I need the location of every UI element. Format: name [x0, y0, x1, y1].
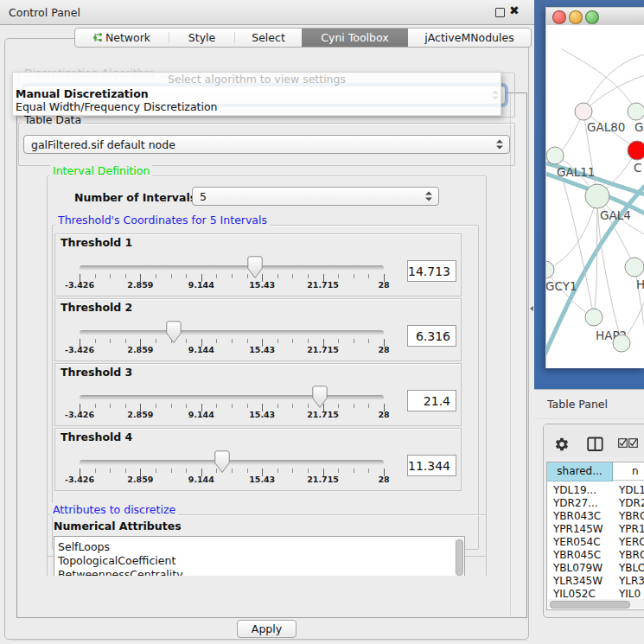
- threshold-slider-track[interactable]: [80, 460, 384, 465]
- graph-node-label: H: [636, 277, 644, 291]
- graph-node[interactable]: [613, 335, 630, 352]
- maximize-icon[interactable]: [495, 8, 505, 17]
- apply-button[interactable]: Apply: [237, 620, 296, 638]
- slider-tick-label: 28: [354, 475, 414, 484]
- threshold-value-field[interactable]: 11.344: [407, 455, 456, 476]
- attribute-list-scrollbar[interactable]: [455, 538, 463, 576]
- tab-style[interactable]: Style: [169, 29, 234, 47]
- slider-tick: [354, 469, 354, 473]
- tab-jactivemnodules[interactable]: jActiveMNodules: [408, 29, 531, 47]
- network-view-window[interactable]: GAL80GACGAL11GAL4GCY1HHAP2: [545, 7, 644, 368]
- checkbox-icon[interactable]: [618, 438, 628, 450]
- table-row[interactable]: YBR043CYBRO: [547, 510, 644, 523]
- threshold-panel: Threshold 2-3.4262.8599.14415.4321.71528…: [54, 298, 462, 361]
- slider-tick: [308, 404, 309, 408]
- control-panel-tabs[interactable]: NetworkStyleSelectCyni ToolboxjActiveMNo…: [74, 28, 532, 48]
- dropdown-option-equal-width-frequency[interactable]: Equal Width/Frequency Discretization: [13, 100, 501, 114]
- control-panel-titlebar: Control Panel ✖: [0, 0, 534, 25]
- slider-tick-label: 9.144: [171, 280, 232, 290]
- table-row[interactable]: YLR345WYLR3: [547, 575, 644, 588]
- list-item[interactable]: BetweennessCentrality: [58, 568, 183, 576]
- dropdown-prompt-item[interactable]: Select algorithm to view settings: [13, 73, 501, 86]
- threshold-value-field[interactable]: 14.713: [407, 260, 456, 282]
- node-table[interactable]: shared... n YDL19...YDL1YDR27...YDR2YBR0…: [546, 462, 644, 610]
- slider-tick-label: -3.426: [49, 345, 110, 354]
- slider-tick: [292, 404, 293, 408]
- list-item[interactable]: TopologicalCoefficient: [58, 554, 175, 567]
- tab-cyni-toolbox[interactable]: Cyni Toolbox: [302, 29, 408, 47]
- table-data-combobox[interactable]: galFiltered.sif default node: [23, 135, 510, 154]
- slider-tick: [95, 469, 96, 473]
- column-header-shared-name[interactable]: shared...: [547, 462, 613, 481]
- table-row[interactable]: YDR27...YDR2: [547, 497, 644, 510]
- table-row[interactable]: YPR145WYPR1: [547, 523, 644, 536]
- slider-tick-label: 15.43: [232, 475, 292, 484]
- split-divider-collapse-icon[interactable]: [530, 306, 533, 311]
- threshold-slider-thumb[interactable]: [312, 386, 328, 410]
- table-cell: YDL1: [619, 484, 644, 497]
- threshold-slider-thumb[interactable]: [214, 450, 230, 475]
- threshold-slider-thumb[interactable]: [166, 321, 182, 345]
- graph-node[interactable]: [625, 258, 644, 277]
- zoom-button[interactable]: [585, 10, 599, 24]
- slider-tick: [125, 469, 126, 473]
- graph-node[interactable]: [585, 309, 603, 326]
- columns-icon[interactable]: [587, 437, 603, 455]
- tab-select[interactable]: Select: [235, 29, 302, 47]
- slider-tick: [216, 274, 217, 278]
- network-canvas[interactable]: GAL80GACGAL11GAL4GCY1HHAP2: [546, 25, 644, 364]
- combobox-arrows-icon[interactable]: [496, 139, 503, 150]
- threshold-value-text: 6.316: [416, 329, 450, 343]
- graph-node[interactable]: [628, 103, 644, 120]
- table-cell: YBLO: [619, 562, 644, 575]
- graph-node[interactable]: [546, 147, 564, 164]
- numerical-attributes-list[interactable]: SelfLoopsTopologicalCoefficientBetweenne…: [54, 536, 465, 576]
- list-item[interactable]: SelfLoops: [58, 540, 110, 553]
- network-graph: GAL80GACGAL11GAL4GCY1HHAP2: [546, 25, 644, 364]
- graph-node-label: GAL4: [600, 208, 631, 222]
- graph-node[interactable]: [575, 103, 592, 120]
- table-cell: YERO: [619, 536, 644, 549]
- close-icon[interactable]: ✖: [509, 4, 520, 16]
- close-button[interactable]: [552, 10, 566, 24]
- table-row[interactable]: YER054CYERO: [547, 536, 644, 549]
- table-data-combobox-value: galFiltered.sif default node: [31, 136, 175, 153]
- slider-tick: [186, 469, 187, 473]
- tab-label: Style: [188, 31, 215, 44]
- table-row[interactable]: YDL19...YDL1: [547, 484, 644, 497]
- table-cell: YER054C: [553, 536, 601, 549]
- table-row[interactable]: YBR045CYBRO: [547, 549, 644, 562]
- spinner-arrows-icon[interactable]: [425, 191, 432, 202]
- table-row[interactable]: YBL079WYBLO: [547, 562, 644, 575]
- slider-tick: [232, 469, 233, 473]
- slider-tick: [186, 339, 187, 343]
- threshold-slider-thumb[interactable]: [247, 256, 263, 280]
- minimize-button[interactable]: [569, 10, 583, 24]
- number-of-intervals-spinner[interactable]: 5: [192, 187, 439, 206]
- table-cell: YLR3: [619, 575, 644, 588]
- slider-tick: [95, 404, 96, 408]
- algorithm-dropdown-popup[interactable]: Select algorithm to view settings Manual…: [12, 72, 501, 116]
- table-cell: YLR345W: [553, 575, 603, 588]
- dropdown-option-manual-discretization[interactable]: Manual Discretization: [13, 87, 501, 101]
- threshold-slider-track[interactable]: [80, 395, 384, 400]
- slider-tick-label: 21.715: [293, 280, 354, 290]
- threshold-slider-track[interactable]: [80, 330, 384, 335]
- slider-tick-label: 15.43: [232, 410, 292, 419]
- column-header-name[interactable]: n: [613, 462, 644, 481]
- gear-icon[interactable]: [554, 437, 570, 455]
- slider-tick: [292, 469, 293, 473]
- table-cell: YDL19...: [553, 484, 596, 497]
- graph-node[interactable]: [628, 141, 644, 160]
- slider-tick: [277, 404, 278, 408]
- tab-network[interactable]: Network: [75, 29, 169, 47]
- slider-tick: [232, 404, 233, 408]
- threshold-value-field[interactable]: 21.4: [407, 390, 456, 411]
- slider-tick: [171, 404, 172, 408]
- table-row[interactable]: YIL052CYIL0: [547, 588, 644, 601]
- checkbox-icon[interactable]: [628, 438, 638, 450]
- graph-node[interactable]: [585, 184, 609, 208]
- threshold-value-field[interactable]: 6.316: [407, 325, 456, 347]
- graph-node[interactable]: [546, 261, 554, 278]
- threshold-slider-track[interactable]: [80, 265, 384, 271]
